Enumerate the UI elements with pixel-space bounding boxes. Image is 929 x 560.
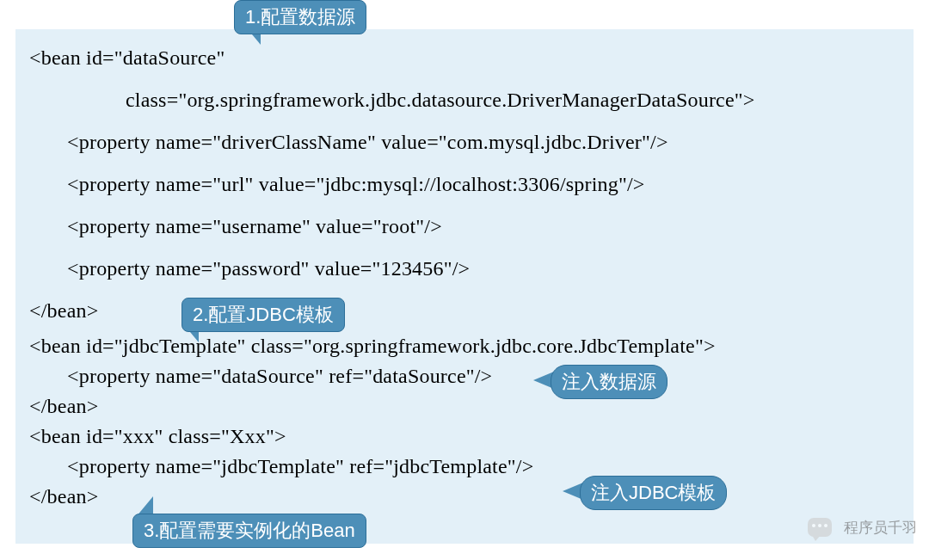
callout-5-config-instantiated-bean: 3.配置需要实例化的Bean <box>132 514 366 548</box>
code-l1: <bean id="dataSource" <box>29 46 900 70</box>
code-l4: <property name="url" value="jdbc:mysql:/… <box>29 173 900 196</box>
callout-2-config-jdbc-template: 2.配置JDBC模板 <box>181 298 345 332</box>
callout-4-inject-jdbc-template: 注入JDBC模板 <box>580 476 727 510</box>
watermark: 程序员千羽 <box>808 515 917 539</box>
callout-3-inject-datasource: 注入数据源 <box>551 365 668 399</box>
code-block: <bean id="dataSource" class="org.springf… <box>15 29 914 544</box>
code-l12: <property name="jdbcTemplate" ref="jdbcT… <box>29 455 900 478</box>
code-l3: <property name="driverClassName" value="… <box>29 131 900 154</box>
watermark-text: 程序员千羽 <box>844 518 917 538</box>
code-l8: <bean id="jdbcTemplate" class="org.sprin… <box>29 335 900 358</box>
code-l7: </bean> <box>29 299 900 323</box>
code-l13: </bean> <box>29 485 900 508</box>
wechat-icon <box>808 515 837 539</box>
code-l6: <property name="password" value="123456"… <box>29 257 900 280</box>
callout-1-config-datasource: 1.配置数据源 <box>234 0 366 34</box>
code-l2: class="org.springframework.jdbc.datasour… <box>29 89 900 112</box>
code-l10: </bean> <box>29 395 900 418</box>
code-l11: <bean id="xxx" class="Xxx"> <box>29 425 900 448</box>
code-l5: <property name="username" value="root"/> <box>29 215 900 238</box>
code-l9: <property name="dataSource" ref="dataSou… <box>29 365 900 388</box>
